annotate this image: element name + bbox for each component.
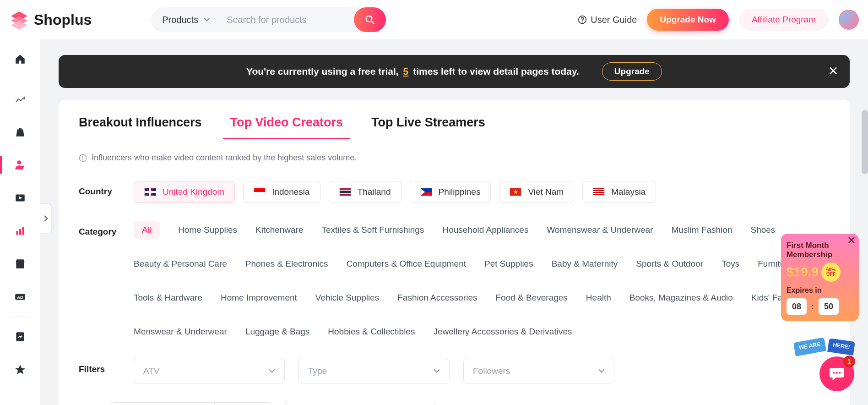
svg-rect-12 — [82, 157, 83, 159]
sidebar-item-store[interactable] — [0, 258, 40, 270]
we-are-here: WE ARE HERE! — [794, 340, 854, 354]
sidebar-item-report[interactable] — [0, 331, 40, 343]
hint-row: Influencers who make video content ranke… — [79, 153, 830, 163]
country-chip-vn[interactable]: Viet Nam — [499, 181, 574, 203]
category-item[interactable]: Household Appliances — [442, 221, 528, 239]
category-item[interactable]: Phones & Electronics — [245, 255, 328, 273]
sidebar-item-influencer[interactable] — [0, 159, 40, 171]
country-chip-th[interactable]: Thailand — [329, 181, 401, 203]
promo-timer-colon: : — [811, 302, 814, 312]
category-item[interactable]: Baby & Maternity — [552, 255, 618, 273]
info-icon — [79, 154, 87, 162]
category-item[interactable]: Fashion Accessories — [397, 289, 477, 306]
category-item[interactable]: Computers & Office Equipment — [346, 255, 466, 273]
sidebar-divider — [9, 79, 31, 79]
promo-widget: First Month Membership $19.9 60% OFF Exp… — [781, 234, 859, 321]
tab-top-video-creators[interactable]: Top Video Creators — [230, 115, 343, 139]
sidebar-expand-handle[interactable] — [40, 204, 51, 233]
bag-icon — [14, 126, 26, 138]
upgrade-button[interactable]: Upgrade Now — [647, 9, 728, 31]
tabs: Breakout Influencers Top Video Creators … — [79, 100, 830, 139]
banner-close-button[interactable] — [829, 66, 838, 77]
category-item[interactable]: Home Supplies — [178, 221, 237, 239]
date-select[interactable]: 2023/02/28 — [285, 402, 436, 405]
flag-vn-icon — [510, 188, 521, 196]
store-icon — [14, 258, 26, 270]
category-item[interactable]: Tools & Hardware — [134, 289, 202, 306]
sidebar-item-bag[interactable] — [0, 126, 40, 138]
category-item[interactable]: Womenswear & Underwear — [547, 221, 653, 239]
select-placeholder: ATV — [143, 366, 160, 376]
category-item[interactable]: Toys — [722, 255, 739, 273]
category-item[interactable]: Sports & Outdoor — [636, 255, 703, 273]
category-item[interactable]: Shoes — [750, 221, 775, 239]
avatar[interactable] — [839, 10, 859, 30]
search-input[interactable] — [221, 15, 354, 25]
country-chip-id[interactable]: Indonesia — [243, 181, 320, 203]
promo-close-button[interactable] — [848, 236, 855, 245]
category-item[interactable]: Books, Magazines & Audio — [629, 289, 733, 306]
country-name: Viet Nam — [528, 187, 564, 197]
sidebar-item-star[interactable] — [0, 364, 40, 376]
sidebar-item-home[interactable] — [0, 53, 40, 65]
logo[interactable]: Shoplus — [9, 10, 92, 30]
flag-id-icon — [254, 188, 266, 196]
banner-count[interactable]: 5 — [403, 66, 409, 77]
sidebar-item-video[interactable] — [0, 192, 40, 204]
tab-breakout-influencers[interactable]: Breakout Influencers — [79, 115, 202, 139]
tab-top-live-streamers[interactable]: Top Live Streamers — [371, 115, 485, 139]
banner-text: You're currently using a free trial, 5 t… — [246, 62, 662, 81]
category-item[interactable]: Vehicle Supplies — [315, 289, 379, 306]
category-item[interactable]: Jewellery Accessories & Derivatives — [433, 323, 572, 340]
chevron-down-icon — [434, 368, 440, 374]
svg-point-14 — [833, 372, 835, 374]
category-item[interactable]: Textiles & Soft Furnishings — [322, 221, 424, 239]
category-item[interactable]: Home Improvement — [221, 289, 297, 306]
period-weekly[interactable]: Weekly — [160, 403, 215, 405]
category-item[interactable]: Muslim Fashion — [671, 221, 732, 239]
svg-point-16 — [839, 372, 841, 374]
category-item[interactable]: Beauty & Personal Care — [134, 255, 227, 273]
scrollbar[interactable] — [862, 110, 868, 174]
chat-button[interactable]: 1 — [819, 356, 854, 391]
category-item[interactable]: Luggage & Bags — [245, 323, 310, 340]
country-chip-uk[interactable]: United Kingdom — [134, 181, 235, 203]
sidebar-item-chart[interactable] — [0, 225, 40, 237]
promo-title: First Month Membership — [787, 241, 853, 259]
svg-point-13 — [82, 156, 83, 157]
user-guide-link[interactable]: User Guide — [578, 15, 637, 25]
country-name: Malaysia — [611, 187, 646, 197]
category-all[interactable]: All — [134, 221, 160, 239]
sidebar-item-trend[interactable] — [0, 93, 40, 105]
select-followers[interactable]: Followers — [463, 359, 614, 383]
promo-expires-label: Expires in — [787, 286, 853, 295]
svg-rect-5 — [16, 231, 18, 235]
banner-upgrade-button[interactable]: Upgrade — [602, 62, 662, 81]
country-name: United Kingdom — [163, 187, 224, 197]
select-type[interactable]: Type — [298, 359, 450, 383]
promo-price-row: $19.9 60% OFF — [787, 263, 853, 282]
country-name: Indonesia — [272, 187, 309, 197]
close-icon — [829, 66, 838, 76]
search-category-select[interactable]: Products — [162, 15, 221, 25]
promo-timer: 08 : 50 — [787, 298, 853, 315]
category-item[interactable]: Food & Beverages — [495, 289, 567, 306]
filters-label: Filters — [79, 359, 134, 374]
svg-rect-6 — [19, 229, 21, 235]
select-atv[interactable]: ATV — [134, 359, 285, 383]
category-item[interactable]: Pet Supplies — [484, 255, 533, 273]
search-button[interactable] — [354, 7, 386, 32]
period-1day[interactable]: 1 Day — [111, 403, 160, 405]
category-item[interactable]: Health — [586, 289, 611, 306]
affiliate-button[interactable]: Affiliate Program — [739, 9, 829, 31]
country-label: Country — [79, 181, 134, 197]
home-icon — [14, 53, 26, 65]
country-chip-ph[interactable]: Philippines — [410, 181, 491, 203]
category-item[interactable]: Kitchenware — [255, 221, 304, 239]
category-item[interactable]: Hobbies & Collectibles — [328, 323, 415, 340]
category-item[interactable]: Menswear & Underwear — [134, 323, 227, 340]
period-monthly[interactable]: Monthly — [215, 403, 271, 405]
sidebar-item-ad[interactable]: AD — [0, 291, 40, 303]
filter-selects: ATV Type Followers — [134, 359, 614, 383]
country-chip-my[interactable]: Malaysia — [582, 181, 656, 203]
